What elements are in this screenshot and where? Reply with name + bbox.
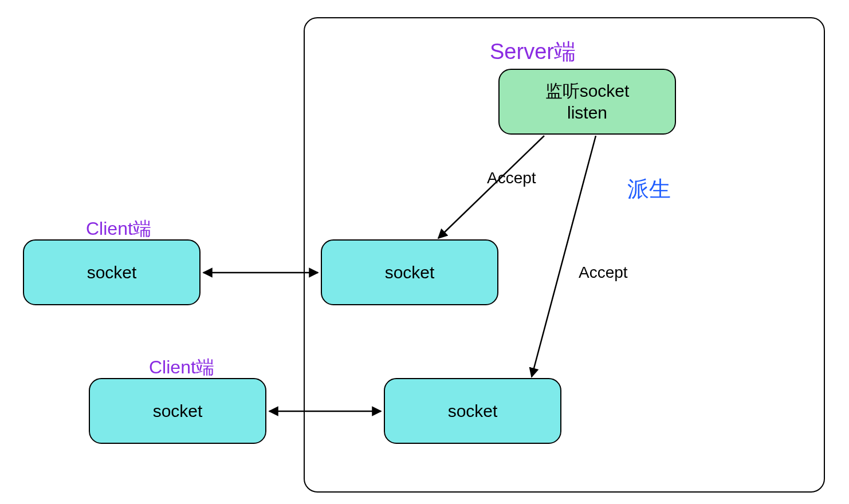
server-socket-1-label: socket	[385, 262, 435, 284]
client2-socket-label: socket	[153, 400, 203, 422]
client2-title: Client端	[149, 355, 214, 380]
client1-socket: socket	[23, 239, 201, 305]
client1-socket-label: socket	[87, 262, 137, 284]
listen-socket-text: 监听socket listen	[545, 80, 630, 123]
server-socket-2-label: socket	[448, 400, 498, 422]
listen-line1: 监听socket	[545, 81, 630, 100]
client2-socket: socket	[89, 378, 266, 444]
derive-label: 派生	[627, 175, 671, 204]
accept-label-1: Accept	[487, 169, 536, 187]
listen-socket-box: 监听socket listen	[498, 69, 676, 135]
accept-label-2: Accept	[579, 263, 628, 282]
server-socket-1: socket	[321, 239, 498, 305]
client1-title: Client端	[86, 216, 151, 242]
server-title: Server端	[490, 37, 576, 66]
server-socket-2: socket	[384, 378, 561, 444]
diagram-canvas: Server端 监听socket listen socket socket Cl…	[0, 0, 849, 504]
listen-line2: listen	[567, 103, 607, 122]
